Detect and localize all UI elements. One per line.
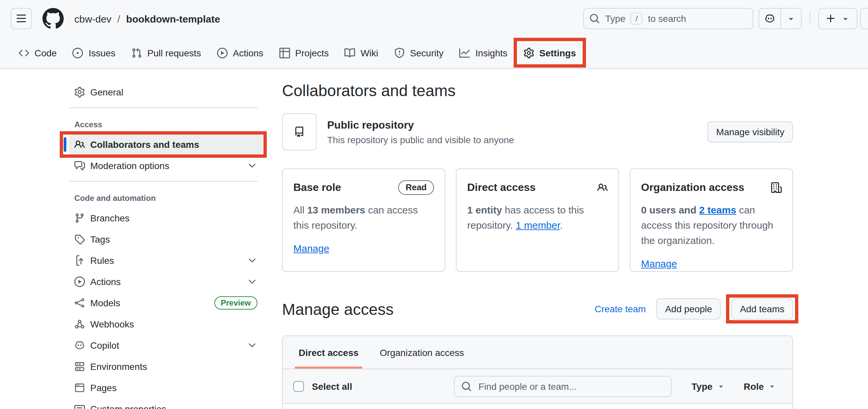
card-body: 0 users and 2 teams can access this repo… (641, 202, 782, 271)
issue-opened-icon (73, 47, 83, 58)
sidebar-section-access: Access (64, 113, 263, 135)
play-icon (74, 276, 85, 287)
copilot-button[interactable] (759, 9, 780, 29)
sidebar-item-label: Tags (90, 234, 110, 245)
body-text: All (293, 204, 307, 215)
main-panel: Collaborators and teams Public repositor… (282, 79, 793, 409)
sidebar-item-collaborators-and-teams[interactable]: Collaborators and teams (69, 135, 263, 155)
sidebar-item-rules[interactable]: Rules (69, 250, 263, 270)
search-placeholder-suffix: to search (648, 13, 686, 24)
sidebar-item-moderation-options[interactable]: Moderation options (69, 156, 263, 176)
sidebar-item-copilot[interactable]: Copilot (69, 335, 263, 355)
tab-wiki[interactable]: Wiki (338, 37, 385, 68)
create-new-button[interactable] (818, 8, 857, 29)
gear-icon (74, 87, 85, 97)
sidebar-item-general[interactable]: General (69, 82, 263, 102)
sidebar-item-models[interactable]: Models Preview (69, 293, 263, 313)
top-bar-actions: Type / to search (583, 8, 857, 29)
visibility-title: Public repository (327, 119, 514, 131)
chevron-down-icon (716, 382, 725, 390)
copilot-dropdown-button[interactable] (780, 9, 801, 29)
tab-code[interactable]: Code (12, 37, 63, 68)
github-logo[interactable] (42, 8, 64, 29)
select-all-checkbox[interactable] (293, 381, 304, 391)
sidebar-item-webhooks[interactable]: Webhooks (69, 314, 263, 334)
sidebar-item-actions[interactable]: Actions (69, 272, 263, 292)
play-icon (217, 47, 228, 58)
tab-label: Wiki (361, 47, 378, 58)
sidebar-item-custom-properties[interactable]: Custom properties (69, 399, 263, 409)
sidebar-item-label: Custom properties (90, 404, 166, 409)
repo-nav: Code Issues Pull requests Actions Projec… (0, 37, 868, 69)
tab-projects[interactable]: Projects (273, 37, 336, 68)
server-icon (74, 361, 85, 372)
comment-discussion-icon (74, 161, 85, 171)
body-bold: 1 entity (467, 204, 502, 215)
rules-icon (74, 255, 85, 266)
body-bold: 13 members (307, 204, 365, 215)
sidebar-item-label: Branches (90, 213, 129, 224)
add-teams-button[interactable]: Add teams (731, 298, 793, 319)
repo-icon (294, 127, 305, 137)
repo-icon-box (282, 113, 316, 150)
sidebar-item-label: Moderation options (90, 161, 169, 171)
chevron-down-icon (247, 161, 257, 171)
chevron-down-icon (247, 276, 257, 287)
card-title: Base role (293, 182, 341, 194)
tab-organization-access[interactable]: Organization access (369, 336, 475, 369)
manage-base-role-link[interactable]: Manage (293, 241, 329, 256)
tab-issues[interactable]: Issues (66, 37, 122, 68)
tab-actions[interactable]: Actions (210, 37, 270, 68)
sidebar-divider (69, 181, 257, 182)
book-icon (345, 47, 355, 58)
breadcrumb-separator: / (118, 13, 120, 24)
manage-access-title: Manage access (282, 299, 394, 318)
tab-pull-requests[interactable]: Pull requests (125, 37, 208, 68)
one-member-link[interactable]: 1 member (516, 219, 560, 231)
hamburger-menu-button[interactable] (11, 8, 32, 29)
find-people-input[interactable] (477, 380, 664, 392)
manage-organization-access-link[interactable]: Manage (641, 256, 677, 271)
sidebar-item-label: Actions (90, 276, 121, 287)
notifications-button-cutoff[interactable] (860, 8, 868, 29)
create-team-link[interactable]: Create team (595, 304, 646, 314)
chevron-down-icon (768, 382, 776, 390)
top-bar: cbw-dev / bookdown-template Type / to se… (0, 0, 868, 37)
search-placeholder-prefix: Type (605, 13, 625, 24)
sidebar-item-pages[interactable]: Pages (69, 378, 263, 398)
graph-icon (460, 47, 470, 58)
sidebar-item-label: General (90, 87, 123, 97)
chevron-down-icon (247, 340, 257, 351)
two-teams-link[interactable]: 2 teams (699, 204, 736, 215)
sidebar-item-tags[interactable]: Tags (69, 229, 263, 249)
sidebar-item-label: Rules (90, 255, 114, 266)
tab-direct-access[interactable]: Direct access (288, 336, 369, 369)
sidebar-item-branches[interactable]: Branches (69, 208, 263, 228)
breadcrumb-repo[interactable]: bookdown-template (126, 13, 220, 24)
tab-settings[interactable]: Settings (517, 37, 582, 68)
organization-access-card: Organization access 0 users and 2 teams … (630, 168, 793, 272)
tab-security[interactable]: Security (388, 37, 450, 68)
tab-insights[interactable]: Insights (453, 37, 514, 68)
filter-dropdowns: Type Role (691, 381, 776, 391)
manage-access-header: Manage access Create team Add people Add… (282, 298, 793, 319)
sidebar-item-label: Webhooks (90, 319, 134, 330)
github-settings-page: cbw-dev / bookdown-template Type / to se… (0, 0, 868, 409)
global-search-input[interactable]: Type / to search (583, 8, 753, 29)
tab-label: Projects (295, 47, 329, 58)
breadcrumb-owner[interactable]: cbw-dev (74, 13, 112, 24)
note-icon (74, 404, 85, 409)
add-people-button[interactable]: Add people (656, 298, 721, 319)
role-filter-label: Role (744, 381, 764, 391)
type-filter-dropdown[interactable]: Type (691, 381, 725, 391)
sidebar-item-environments[interactable]: Environments (69, 356, 263, 377)
chevron-down-icon (247, 255, 257, 266)
manage-visibility-button[interactable]: Manage visibility (708, 121, 793, 142)
body-text: . (560, 219, 563, 231)
role-filter-dropdown[interactable]: Role (744, 381, 776, 391)
find-people-search[interactable] (454, 376, 672, 397)
select-all-label: Select all (312, 381, 352, 391)
page-title: Collaborators and teams (282, 81, 793, 100)
copilot-icon (74, 340, 85, 351)
people-icon (597, 182, 608, 193)
